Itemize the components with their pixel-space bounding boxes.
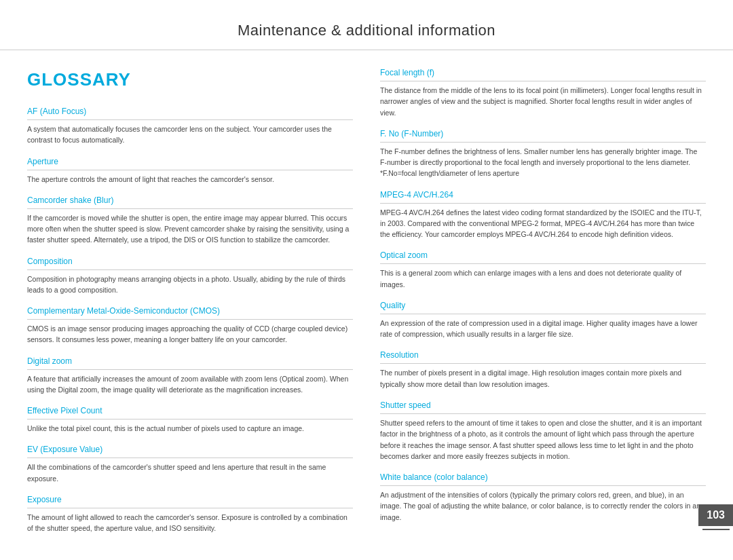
page-title: Maintenance & additional information: [41, 19, 692, 41]
term-heading: Composition: [27, 255, 353, 270]
term-body: A system that automatically focuses the …: [27, 124, 353, 146]
term-heading: Digital zoom: [27, 355, 353, 370]
left-term-6: Effective Pixel CountUnlike the total pi…: [27, 405, 353, 434]
right-column: Focal length (f)The distance from the mi…: [380, 67, 706, 544]
term-heading: EV (Exposure Value): [27, 443, 353, 458]
left-term-2: Camcorder shake (Blur)If the camcorder i…: [27, 194, 353, 246]
term-body: Shutter speed refers to the amount of ti…: [380, 417, 706, 462]
term-body: The aperture controls the amount of ligh…: [27, 174, 353, 185]
term-heading: Effective Pixel Count: [27, 405, 353, 419]
term-heading: Shutter speed: [380, 399, 706, 414]
left-terms-container: AF (Auto Focus)A system that automatical…: [27, 105, 353, 534]
term-heading: MPEG-4 AVC/H.264: [380, 189, 706, 204]
right-term-3: Optical zoomThis is a general zoom which…: [380, 249, 706, 290]
right-term-6: Shutter speedShutter speed refers to the…: [380, 399, 706, 462]
term-heading: Resolution: [380, 349, 706, 364]
term-body: The amount of light allowed to reach the…: [27, 512, 353, 534]
term-heading: Quality: [380, 299, 706, 314]
page-header: Maintenance & additional information: [0, 0, 733, 50]
term-body: If the camcorder is moved while the shut…: [27, 212, 353, 246]
page-number-line: [702, 529, 730, 530]
right-term-1: F. No (F-Number)The F-number defines the…: [380, 128, 706, 179]
term-heading: Focal length (f): [380, 67, 706, 81]
left-column: GLOSSARY AF (Auto Focus)A system that au…: [27, 67, 353, 544]
term-body: MPEG-4 AVC/H.264 defines the latest vide…: [380, 207, 706, 240]
term-heading: Complementary Metal-Oxide-Semiconductor …: [27, 305, 353, 320]
right-term-0: Focal length (f)The distance from the mi…: [380, 67, 706, 118]
term-body: This is a general zoom which can enlarge…: [380, 267, 706, 290]
right-term-4: QualityAn expression of the rate of comp…: [380, 299, 706, 340]
term-body: Composition in photography means arrangi…: [27, 274, 353, 296]
left-term-1: ApertureThe aperture controls the amount…: [27, 155, 353, 185]
term-body: A feature that artificially increases th…: [27, 373, 353, 396]
right-terms-container: Focal length (f)The distance from the mi…: [380, 67, 706, 523]
left-term-0: AF (Auto Focus)A system that automatical…: [27, 105, 353, 146]
term-heading: Camcorder shake (Blur): [27, 194, 353, 209]
term-body: An expression of the rate of compression…: [380, 318, 706, 340]
right-term-2: MPEG-4 AVC/H.264MPEG-4 AVC/H.264 defines…: [380, 189, 706, 240]
term-heading: White balance (color balance): [380, 471, 706, 486]
left-term-5: Digital zoomA feature that artificially …: [27, 355, 353, 396]
term-body: An adjustment of the intensities of colo…: [380, 489, 706, 523]
left-term-7: EV (Exposure Value)All the combinations …: [27, 443, 353, 484]
term-heading: AF (Auto Focus): [27, 105, 353, 120]
page-number-area: 103: [698, 504, 733, 530]
term-heading: Exposure: [27, 493, 353, 508]
term-body: CMOS is an image sensor producing images…: [27, 323, 353, 346]
term-body: The F-number defines the brightness of l…: [380, 146, 706, 179]
left-term-8: ExposureThe amount of light allowed to r…: [27, 493, 353, 534]
term-body: Unlike the total pixel count, this is th…: [27, 423, 353, 434]
right-term-7: White balance (color balance)An adjustme…: [380, 471, 706, 523]
left-term-4: Complementary Metal-Oxide-Semiconductor …: [27, 305, 353, 346]
term-body: The number of pixels present in a digita…: [380, 367, 706, 390]
term-heading: Optical zoom: [380, 249, 706, 264]
term-heading: F. No (F-Number): [380, 128, 706, 143]
page: Maintenance & additional information GLO…: [0, 0, 733, 560]
left-term-3: CompositionComposition in photography me…: [27, 255, 353, 296]
term-heading: Aperture: [27, 155, 353, 170]
content-area: GLOSSARY AF (Auto Focus)A system that au…: [0, 67, 733, 560]
glossary-title: GLOSSARY: [27, 67, 353, 93]
page-number: 103: [698, 504, 733, 526]
term-body: All the combinations of the camcorder's …: [27, 462, 353, 484]
term-body: The distance from the middle of the lens…: [380, 85, 706, 118]
right-term-5: ResolutionThe number of pixels present i…: [380, 349, 706, 390]
